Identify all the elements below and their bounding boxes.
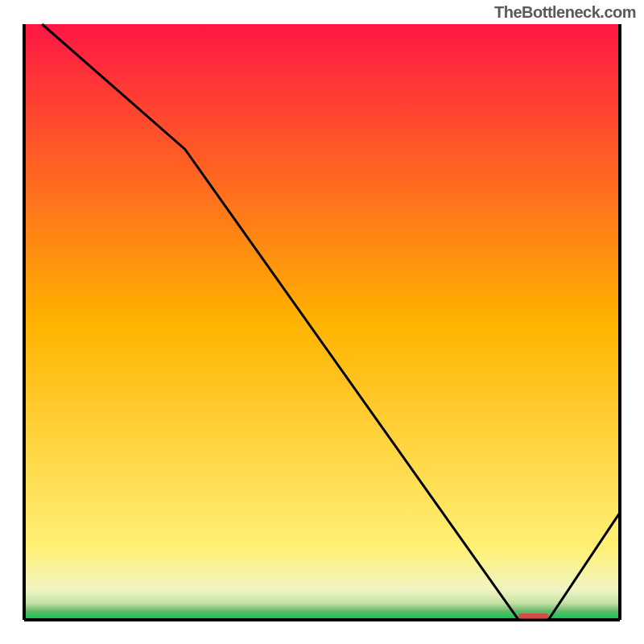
highlight-region bbox=[518, 613, 548, 619]
svg-rect-3 bbox=[518, 613, 548, 619]
watermark-text: TheBottleneck.com bbox=[494, 3, 636, 22]
plot-background bbox=[24, 24, 620, 620]
chart-container: TheBottleneck.com bbox=[0, 0, 644, 644]
bottleneck-chart bbox=[0, 0, 644, 644]
